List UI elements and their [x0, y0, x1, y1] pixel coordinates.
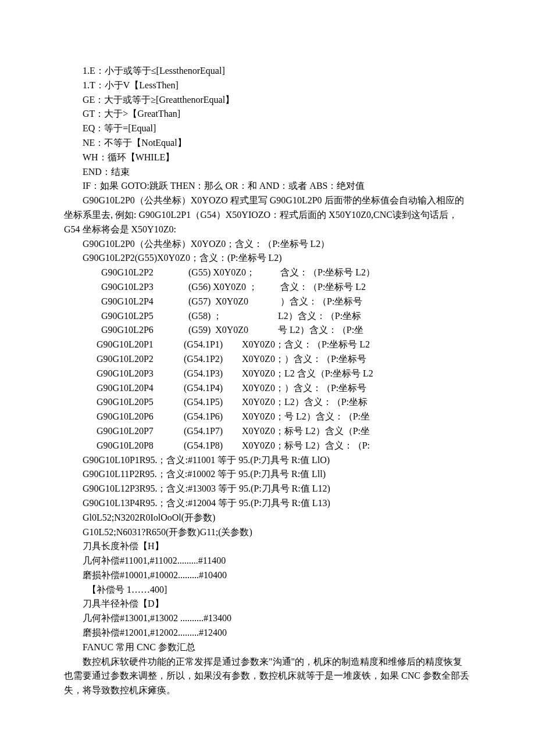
table-cell: (G59) X0Y0Z0	[188, 323, 276, 338]
table-cell: ）含义：（P:坐标号	[276, 295, 471, 309]
text-line: Gl0L52;N3202R0IolOoOl(开参数)	[64, 511, 471, 525]
text-line: GT：大于>【GreatThan]	[64, 107, 471, 121]
text-line: END：结束	[64, 165, 471, 180]
table-cell: G90G10L20P2	[97, 352, 184, 367]
table-cell: G90G10L2P5	[101, 309, 188, 324]
text-line: 几何补偿#13001,#13002 ..........#13400	[64, 611, 471, 626]
table-col: 含义：（P:坐标号 L2） 含义：（P:坐标号 L2 ）含义：（P:坐标号 L2…	[276, 266, 471, 338]
text-line: 几何补偿#11001,#11002.........#11400	[64, 554, 471, 568]
table-cell: G90G10L20P3	[97, 367, 184, 381]
table-cell: X0Y0Z0；L2 含义（P:坐标号 L2	[242, 367, 471, 381]
table-cell: (G54.1P6)	[184, 410, 242, 424]
block-tool-compensation: G90G10L10P1R95.；含义:#11001 等于 95.(P:刀具号 R…	[64, 453, 471, 655]
paragraph: 数控机床软硬件功能的正常发挥是通过参数来"沟通"的，机床的制造精度和维修后的精度…	[64, 655, 471, 698]
table-cell: G90G10L20P5	[97, 395, 184, 410]
table-cell: G90G10L2P4	[101, 295, 188, 309]
table-cell: (G54.1P4)	[184, 381, 242, 396]
block-operators: 1.E：小于或等于≤[LessthenorEqual] 1.T：小于V【Less…	[64, 64, 471, 194]
table-cell: (G56) X0Y0Z0 ；	[188, 280, 276, 295]
text-line: 【补偿号 1……400]	[64, 583, 471, 597]
text-line: FANUC 常用 CNC 参数汇总	[64, 640, 471, 655]
table-cell: X0Y0Z0；）含义：（P:坐标号	[242, 352, 471, 367]
table-cell: G90G10L20P4	[97, 381, 184, 396]
text-line: 磨损补偿#10001,#10002.........#10400	[64, 568, 471, 583]
paragraph: G90G10L2P0（公共坐标）X0YOZO 程式里写 G90G10L2P0 后…	[64, 194, 471, 237]
table-cell: X0Y0Z0；）含义：（P:坐标号	[242, 381, 471, 396]
text-line: WH：循环【WHILE】	[64, 151, 471, 165]
table-cell: 含义：（P:坐标号 L2）	[276, 266, 471, 280]
table-cell: X0Y0Z0；号 L2）含义：（P:坐	[242, 410, 471, 424]
table-cell: (G54.1P2)	[184, 352, 242, 367]
table-cell: G90G10L20P6	[97, 410, 184, 424]
table-col: (G55) X0Y0Z0； (G56) X0Y0Z0 ； (G57) X0Y0Z…	[188, 266, 276, 338]
table-cell: (G55) X0Y0Z0；	[188, 266, 276, 280]
table-cell: (G54.1P5)	[184, 395, 242, 410]
table-cell: X0Y0Z0；标号 L2）含义：（P:	[242, 439, 471, 453]
text-line: G90G10L10P1R95.；含义:#11001 等于 95.(P:刀具号 R…	[64, 453, 471, 468]
table-col: G90G10L2P2 G90G10L2P3 G90G10L2P4 G90G10L…	[101, 266, 188, 338]
text-line: EQ：等于=[Equal]	[64, 121, 471, 136]
text-line: 1.E：小于或等于≤[LessthenorEqual]	[64, 64, 471, 78]
table-cell: (G54.1P1)	[184, 338, 242, 352]
text-line: G90G10L12P3R95.；含义:#13003 等于 95.(P:刀具号 R…	[64, 482, 471, 496]
table-cell: (G57) X0Y0Z0	[188, 295, 276, 309]
text-line: NE：不等于【NotEqual】	[64, 136, 471, 151]
gcode-table-2: G90G10L20P1 G90G10L20P2 G90G10L20P3 G90G…	[64, 338, 471, 453]
table-cell: X0Y0Z0；标号 L2）含义（P:坐	[242, 424, 471, 439]
text-line: G90G10L11P2R95.；含义:#10002 等于 95.(P:刀具号 R…	[64, 467, 471, 482]
table-cell: 号 L2）含义：（P:坐	[276, 323, 471, 338]
table-cell: G90G10L2P3	[101, 280, 188, 295]
table-cell: G90G10L2P6	[101, 323, 188, 338]
table-cell: (G54.1P8)	[184, 439, 242, 453]
text-line: 刀具长度补偿【H】	[64, 539, 471, 554]
document-page: 1.E：小于或等于≤[LessthenorEqual] 1.T：小于V【Less…	[0, 0, 535, 756]
table-cell: (G58) ；	[188, 309, 276, 324]
text-line: G90G10L2P0（公共坐标）X0YOZ0；含义：（P:坐标号 L2）	[64, 237, 471, 252]
table-cell: G90G10L2P2	[101, 266, 188, 280]
text-line: IF：如果 GOTO:跳跃 THEN：那么 OR：和 AND：或者 ABS：绝对…	[64, 179, 471, 194]
table-col: G90G10L20P1 G90G10L20P2 G90G10L20P3 G90G…	[97, 338, 184, 453]
table-cell: G90G10L20P1	[97, 338, 184, 352]
text-line: G10L52;N6031?R650(开参数)G11;(关参数)	[64, 525, 471, 540]
table-col: (G54.1P1) (G54.1P2) (G54.1P3) (G54.1P4) …	[184, 338, 242, 453]
text-line: 刀具半径补偿【D】	[64, 597, 471, 611]
table-cell: (G54.1P3)	[184, 367, 242, 381]
gcode-table-1: G90G10L2P2 G90G10L2P3 G90G10L2P4 G90G10L…	[64, 266, 471, 338]
table-cell: G90G10L20P8	[97, 439, 184, 453]
table-cell: X0Y0Z0；含义：（P:坐标号 L2	[242, 338, 471, 352]
table-cell: (G54.1P7)	[184, 424, 242, 439]
text-line: G90G10L2P2(G55)X0Y0Z0；含义：(P:坐标号 L2)	[64, 251, 471, 266]
table-cell: L2）含义：（P:坐标	[276, 309, 471, 324]
text-line: 磨损补偿#12001,#12002.........#12400	[64, 626, 471, 640]
text-line: 1.T：小于V【LessThen]	[64, 78, 471, 93]
text-line: G90G10L13P4R95.；含义:#12004 等于 95.(P:刀具号 R…	[64, 496, 471, 511]
text-line: GE：大于或等于≥[GreatthenorEqual】	[64, 93, 471, 108]
table-col: X0Y0Z0；含义：（P:坐标号 L2 X0Y0Z0；）含义：（P:坐标号 X0…	[242, 338, 471, 453]
table-cell: G90G10L20P7	[97, 424, 184, 439]
table-cell: 含义：（P:坐标号 L2	[276, 280, 471, 295]
table-cell: X0Y0Z0；L2）含义：（P:坐标	[242, 395, 471, 410]
